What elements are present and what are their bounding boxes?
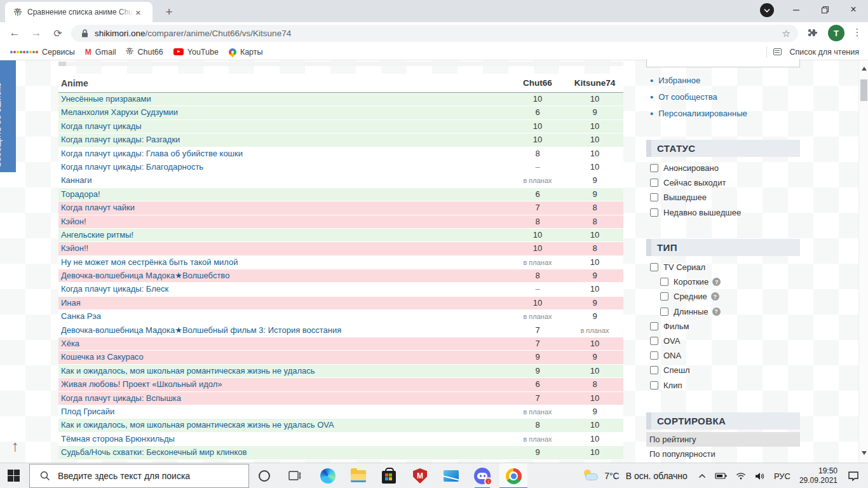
anime-title-link[interactable]: Кэйон!! [58, 242, 509, 255]
anime-title-link[interactable]: Иная [58, 297, 509, 309]
media-control-button[interactable] [760, 3, 774, 17]
anime-title-link[interactable]: Унесённые призраками [58, 93, 509, 105]
action-center-button[interactable] [848, 471, 859, 481]
window-minimize-button[interactable] [783, 0, 810, 19]
taskbar-store[interactable] [375, 463, 403, 488]
scroll-to-top-button[interactable]: ↑ [11, 437, 19, 455]
task-view-button[interactable] [288, 469, 302, 485]
taskbar-search[interactable]: Введите здесь текст для поиска [29, 464, 249, 488]
edge-icon [320, 468, 336, 484]
weather-temp[interactable]: 7°C [604, 471, 620, 481]
checkbox[interactable] [650, 381, 658, 390]
back-button[interactable]: ← [5, 22, 24, 44]
anime-title-link[interactable]: Судьба/Ночь схватки: Бесконечный мир кли… [58, 446, 509, 459]
table-row: Кошечка из Сакурасо99 [58, 351, 623, 364]
checkbox[interactable] [650, 179, 658, 187]
tray-expand-button[interactable] [698, 473, 706, 478]
taskbar-clock[interactable]: 19:50 29.09.2021 [799, 466, 837, 485]
anime-title-link[interactable]: Девочка-волшебница Мадока★Волшебство [58, 269, 509, 282]
checkbox[interactable] [660, 308, 668, 316]
volume-indicator[interactable] [755, 472, 764, 480]
anime-title-link[interactable]: Когда плачут цикады: Вспышка [58, 392, 509, 405]
forward-button[interactable]: → [27, 22, 46, 44]
taskbar-chrome[interactable] [499, 463, 527, 488]
anime-title-link[interactable]: Девочка-волшебница Мадока★Волшебный филь… [58, 324, 509, 337]
page-scrollbar[interactable] [858, 60, 868, 463]
browser-menu-button[interactable]: ⋮ [851, 27, 863, 38]
help-icon[interactable]: ? [712, 308, 721, 316]
bookmark-chut66[interactable]: 帝 Chut66 [126, 46, 163, 57]
bookmark-star-icon[interactable]: ☆ [782, 28, 790, 39]
anime-title-link[interactable]: Ну не может моя сестрёнка быть такой мил… [58, 256, 509, 269]
sort-option[interactable]: По рейтингу [646, 432, 800, 447]
anime-title-link[interactable]: Кошечка из Сакурасо [58, 351, 509, 363]
checkbox[interactable] [650, 193, 658, 201]
window-restore-button[interactable] [811, 0, 838, 19]
battery-indicator[interactable] [715, 472, 727, 480]
checkbox[interactable] [650, 337, 658, 345]
bookmark-gmail[interactable]: M Gmail [85, 48, 116, 57]
taskbar-discord[interactable]: ↓ [468, 463, 496, 488]
bookmark-services[interactable]: Сервисы [10, 48, 75, 57]
new-tab-button[interactable]: + [161, 5, 177, 20]
anime-title-link[interactable]: Когда плачут цикады: Разгадки [58, 133, 509, 146]
anime-title-link[interactable]: Живая любовь! Проект «Школьный идол» [58, 378, 509, 391]
column-user1[interactable]: Chut66 [509, 78, 566, 88]
checkbox[interactable] [650, 351, 658, 360]
bookmark-maps[interactable]: Карты [229, 48, 263, 57]
anime-title-link[interactable]: Когда плачут чайки [58, 201, 509, 214]
network-indicator[interactable] [736, 472, 746, 480]
window-close-button[interactable]: × [840, 0, 867, 19]
profile-avatar[interactable]: T [828, 25, 844, 41]
anime-title-link[interactable]: Когда плачут цикады [58, 120, 509, 133]
report-error-ribbon[interactable]: Сообщить об ошибке [0, 60, 16, 172]
cortana-button[interactable] [259, 470, 270, 482]
anime-title-link[interactable]: Плод Грисайи [58, 405, 509, 418]
taskbar-mail[interactable] [437, 463, 465, 488]
help-icon[interactable]: ? [711, 292, 719, 301]
sidebar-link-favorites[interactable]: Избранное [658, 76, 700, 85]
language-indicator[interactable]: РУС [774, 471, 790, 481]
anime-title-link[interactable]: Когда плачут цикады: Глава об убийстве к… [58, 147, 509, 160]
checkbox[interactable] [660, 292, 668, 301]
sidebar-link-community[interactable]: От сообщества [658, 92, 717, 102]
anime-title-link[interactable]: Ангельские ритмы! [58, 229, 509, 241]
checkbox[interactable] [660, 278, 668, 286]
anime-title-link[interactable]: Как и ожидалось, моя школьная романтичес… [58, 419, 509, 431]
start-button[interactable] [8, 470, 20, 482]
reading-list-button[interactable]: Список для чтения [766, 46, 859, 58]
checkbox[interactable] [650, 164, 658, 172]
reload-button[interactable]: ⟳ [48, 22, 67, 44]
anime-title-link[interactable]: Санка Рэа [58, 310, 509, 323]
anime-title-link[interactable]: Торадора! [58, 188, 509, 201]
taskbar-mcafee[interactable]: M [406, 463, 434, 488]
checkbox[interactable] [650, 366, 658, 374]
bookmark-youtube[interactable]: YouTube [173, 48, 219, 57]
anime-title-link[interactable]: Когда плачут цикады: Благодарность [58, 161, 509, 173]
scrollbar-thumb[interactable] [860, 79, 867, 101]
anime-title-link[interactable]: Хёка [58, 337, 509, 350]
anime-title-link[interactable]: Меланхолия Харухи Судзумии [58, 106, 509, 119]
tab-close-icon[interactable]: × [135, 7, 141, 18]
anime-title-link[interactable]: Когда плачут цикады: Блеск [58, 283, 509, 295]
checkbox[interactable] [650, 322, 658, 330]
weather-condition[interactable]: В осн. облачно [626, 471, 688, 481]
anime-title-link[interactable]: Кэйон! [58, 215, 509, 228]
extensions-button[interactable] [807, 27, 818, 41]
checkbox[interactable] [650, 208, 658, 217]
taskbar-edge[interactable] [314, 463, 342, 488]
help-icon[interactable]: ? [712, 278, 721, 286]
scrollbar-down-arrow[interactable] [862, 451, 867, 455]
weather-icon[interactable] [583, 470, 599, 482]
sort-option[interactable]: По популярности [646, 447, 800, 461]
anime-title-link[interactable]: Тёмная сторона Брюнхильды [58, 433, 509, 445]
taskbar-explorer[interactable] [344, 463, 372, 488]
column-user2[interactable]: Kitsune74 [566, 78, 623, 88]
checkbox[interactable] [650, 263, 658, 271]
address-bar[interactable]: shikimori.one/comparer/anime/Chut66/vs/K… [71, 25, 798, 42]
anime-title-link[interactable]: Каннаги [58, 174, 509, 187]
scrollbar-up-arrow[interactable] [862, 67, 867, 71]
sidebar-link-personalized[interactable]: Персонализированные [658, 109, 747, 118]
browser-tab[interactable]: 帝 Сравнение списка аниме Chut6 × [5, 2, 153, 22]
anime-title-link[interactable]: Как и ожидалось, моя школьная романтичес… [58, 365, 509, 377]
